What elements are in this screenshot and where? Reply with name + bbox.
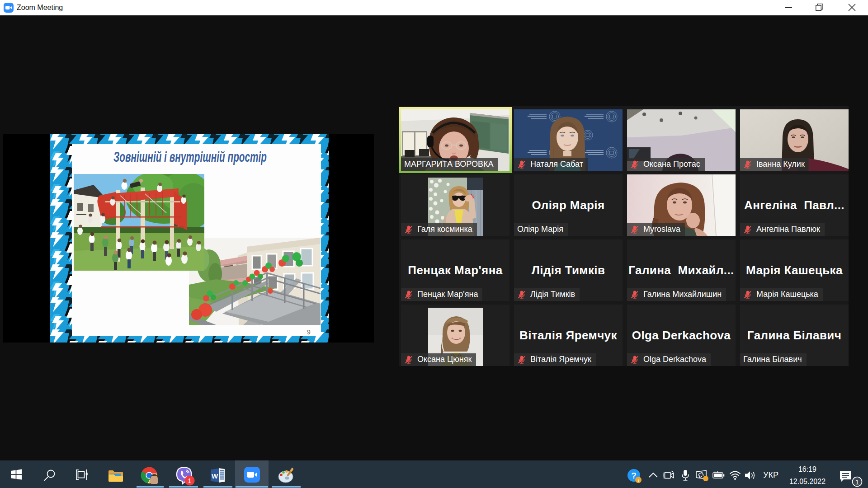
svg-text:W: W: [212, 472, 218, 480]
svg-text:1: 1: [188, 477, 191, 484]
svg-text:i: i: [637, 478, 639, 483]
svg-text:1: 1: [855, 478, 859, 486]
